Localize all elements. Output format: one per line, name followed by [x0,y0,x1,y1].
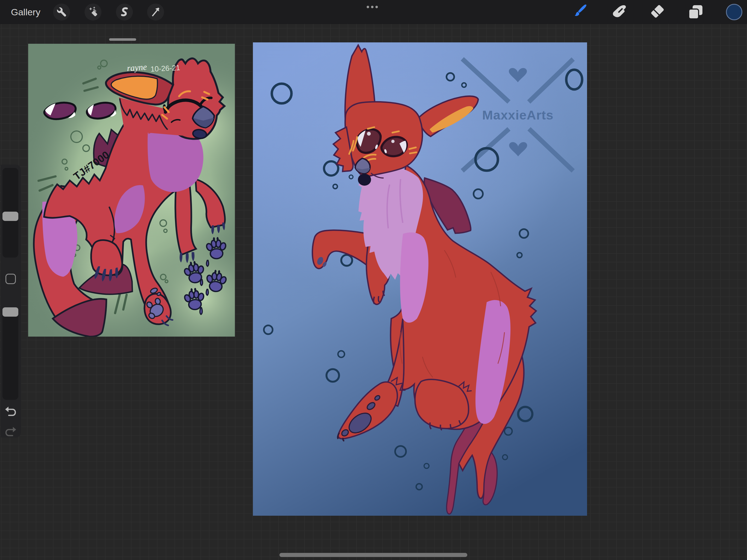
svg-text:rayne: rayne [127,62,147,73]
svg-text:MaxxieArts: MaxxieArts [482,108,554,122]
svg-text:10-26-21: 10-26-21 [150,63,180,73]
